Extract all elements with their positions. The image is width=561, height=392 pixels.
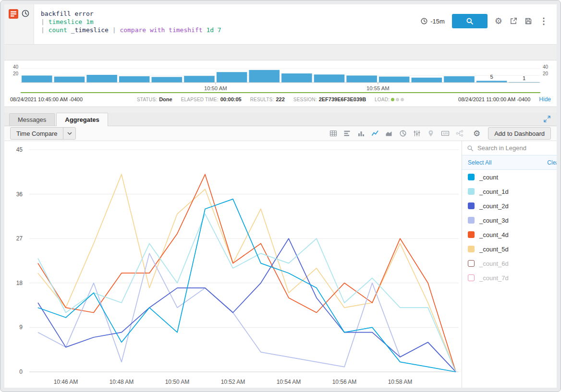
chart-settings-gear-icon[interactable]: ⚙ [473, 129, 480, 139]
header-controls: -15m ⚙ ⋮ [412, 14, 557, 28]
hide-histogram-link[interactable]: Hide [539, 96, 551, 103]
status-items: STATUS:DoneELAPSED TIME:00:00:05RESULTS:… [83, 96, 458, 102]
chevron-down-icon [67, 132, 72, 135]
load-dot [396, 98, 399, 101]
histogram-yaxis-right: 4020 [540, 64, 557, 85]
results-panel: Messages Aggregates Time Compare [4, 113, 557, 388]
legend-item[interactable]: _count_1d [462, 184, 557, 199]
legend-item[interactable]: _count_2d [462, 199, 557, 213]
legend-label: _count [479, 174, 498, 181]
time-compare-label: Time Compare [11, 128, 63, 139]
query-header: backfill error| timeslice 1m| count _tim… [4, 4, 557, 45]
legend-swatch [468, 274, 475, 281]
app-window: backfill error| timeslice 1m| count _tim… [0, 0, 561, 392]
single-value-icon[interactable]: 123 [441, 130, 450, 137]
transaction-flow-icon[interactable] [456, 130, 463, 137]
search-button[interactable] [452, 14, 488, 28]
line-chart-icon[interactable] [371, 130, 379, 137]
spacer [4, 45, 557, 60]
svg-text:10:56 AM: 10:56 AM [332, 379, 357, 385]
histogram-end-time: 08/24/2021 11:00:00 AM -0400 [458, 96, 530, 102]
status-item: LOAD: [375, 97, 404, 102]
table-icon[interactable] [329, 130, 337, 137]
legend-panel: Select All Clear _count_count_1d_count_2… [462, 141, 557, 388]
load-dot [391, 98, 394, 101]
histogram-panel: 4020 5110:50 AM10:55 AM 4020 08/24/2021 … [4, 60, 557, 107]
legend-actions-row: Select All Clear [462, 155, 557, 170]
aggregates-toolbar: Time Compare [4, 126, 557, 141]
legend-item[interactable]: _count_7d [462, 271, 557, 285]
legend-swatch [468, 188, 475, 195]
history-icon[interactable] [21, 9, 30, 18]
chart-area: 091827364510:46 AM10:48 AM10:50 AM10:52 … [4, 141, 462, 388]
select-all-link[interactable]: Select All [468, 159, 491, 166]
kebab-menu-icon[interactable]: ⋮ [539, 16, 548, 26]
area-chart-icon[interactable] [385, 130, 393, 137]
legend-label: _count_1d [479, 188, 509, 195]
tab-messages[interactable]: Messages [9, 113, 55, 126]
svg-text:1: 1 [523, 75, 525, 81]
message-histogram[interactable]: 5110:50 AM10:55 AM [21, 64, 540, 92]
spacer [4, 107, 557, 113]
aggregate-line-chart[interactable]: 091827364510:46 AM10:48 AM10:50 AM10:52 … [4, 141, 462, 388]
pie-chart-icon[interactable] [399, 130, 407, 137]
svg-text:123: 123 [443, 132, 448, 135]
time-compare-button[interactable]: Time Compare [10, 127, 76, 140]
legend-item[interactable]: _count_5d [462, 242, 557, 256]
search-icon [466, 17, 474, 25]
share-icon[interactable] [510, 17, 517, 25]
svg-text:10:55 AM: 10:55 AM [366, 85, 390, 91]
status-item: SESSION:2EF739E6F3E039B [293, 96, 366, 102]
svg-text:36: 36 [16, 191, 23, 198]
legend-label: _count_3d [479, 217, 509, 224]
time-range-clock-icon [420, 17, 428, 25]
bar-horizontal-icon[interactable] [343, 130, 351, 137]
svg-text:10:46 AM: 10:46 AM [54, 379, 78, 385]
clear-link[interactable]: Clear [547, 159, 557, 166]
status-item: ELAPSED TIME:00:00:05 [181, 96, 242, 102]
legend-search-row [462, 141, 557, 155]
legend-swatch [468, 231, 475, 238]
add-to-dashboard-button[interactable]: Add to Dashboard [488, 127, 551, 140]
legend-swatch [468, 246, 475, 252]
search-page: backfill error| timeslice 1m| count _tim… [4, 4, 557, 388]
legend-items: _count_count_1d_count_2d_count_3d_count_… [462, 170, 557, 285]
legend-item[interactable]: _count_6d [462, 256, 557, 271]
legend-label: _count_2d [479, 202, 509, 210]
histogram-yaxis-left: 4020 [4, 64, 21, 85]
svg-text:10:54 AM: 10:54 AM [277, 379, 301, 385]
query-input[interactable]: backfill error| timeslice 1m| count _tim… [34, 4, 412, 44]
histogram-start-time: 08/24/2021 10:45:00 AM -0400 [10, 96, 83, 102]
svg-text:10:58 AM: 10:58 AM [388, 379, 413, 385]
time-range-selector[interactable]: -15m [420, 17, 445, 25]
legend-search-icon [467, 145, 474, 152]
settings-gear-icon[interactable]: ⚙ [495, 17, 502, 25]
legend-item[interactable]: _count_3d [462, 213, 557, 227]
tab-aggregates[interactable]: Aggregates [56, 113, 108, 126]
map-pin-icon[interactable] [427, 130, 435, 137]
save-icon[interactable] [524, 17, 532, 25]
legend-item[interactable]: _count_4d [462, 227, 557, 242]
status-item: STATUS:Done [137, 96, 172, 102]
legend-search-input[interactable] [477, 144, 557, 152]
search-status-bar: 08/24/2021 10:45:00 AM -0400 STATUS:Done… [4, 93, 557, 107]
svg-text:0: 0 [19, 368, 23, 375]
logo-panel [4, 4, 34, 44]
svg-text:10:48 AM: 10:48 AM [110, 379, 134, 385]
legend-label: _count_5d [479, 246, 509, 253]
legend-label: _count_7d [479, 274, 509, 282]
box-plot-icon[interactable] [413, 130, 421, 137]
expand-icon[interactable] [543, 115, 551, 123]
load-dot [401, 98, 404, 101]
status-item: RESULTS:222 [250, 96, 285, 102]
legend-item[interactable]: _count [462, 170, 557, 184]
aggregates-content: 091827364510:46 AM10:48 AM10:50 AM10:52 … [4, 141, 557, 388]
svg-text:10:52 AM: 10:52 AM [221, 379, 245, 385]
svg-text:10:50 AM: 10:50 AM [204, 85, 227, 91]
sumo-logic-logo-icon[interactable] [9, 9, 18, 19]
time-compare-chevron[interactable] [63, 128, 75, 139]
legend-swatch [468, 260, 475, 267]
svg-text:45: 45 [16, 146, 23, 153]
legend-label: _count_4d [479, 231, 509, 238]
column-chart-icon[interactable] [357, 130, 365, 137]
